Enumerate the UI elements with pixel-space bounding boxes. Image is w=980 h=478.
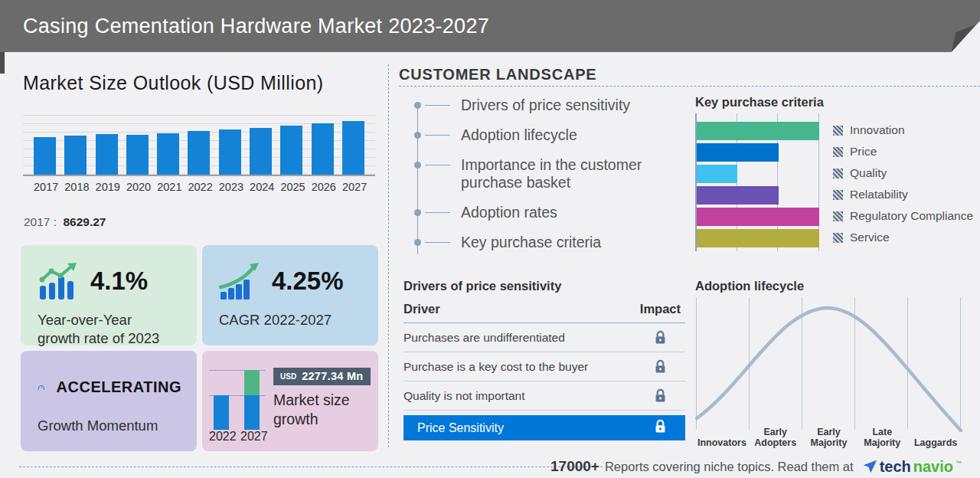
badge-value: 2277.34 Mn — [302, 370, 363, 382]
market-bar-label: 2019 — [96, 181, 118, 193]
kpc-bar-4 — [697, 208, 819, 226]
momentum-value: ACCELERATING — [57, 378, 181, 396]
market-bar-label: 2021 — [157, 181, 179, 193]
adoption-stage-label: Innovators — [695, 414, 749, 449]
legend-item: Regulatory Compliance — [833, 207, 973, 225]
kpc-legend: InnovationPriceQualityRelatabilityRegula… — [833, 121, 973, 250]
market-size-labels: 2017201820192020202120222023202420252026… — [23, 181, 375, 193]
cagr-value: 4.25% — [272, 267, 344, 296]
customer-landscape-list: Drivers of price sensitivityAdoption lif… — [413, 97, 678, 264]
brand-trademark: ™ — [956, 460, 962, 467]
anchor-separator: : — [54, 215, 57, 228]
market-bar-2019 — [96, 134, 118, 175]
adoption-stage-label: Laggards — [909, 414, 962, 449]
driver-row: Purchases are undifferentiated — [403, 323, 685, 352]
left-edge-accent — [0, 52, 5, 74]
bar-2027-growth — [244, 370, 260, 395]
legend-item: Relatability — [833, 185, 973, 204]
landscape-item: Adoption rates — [413, 204, 678, 222]
legend-item: Price — [833, 142, 973, 161]
legend-label: Service — [850, 231, 890, 244]
legend-item: Quality — [833, 164, 973, 182]
market-bar-2026 — [312, 123, 334, 175]
yoy-value: 4.1% — [90, 267, 148, 296]
legend-swatch-icon — [833, 147, 843, 157]
vertical-divider — [388, 64, 389, 447]
stat-cards: 4.1% Year-over-Year growth rate of 2023 … — [21, 245, 378, 451]
kpc-bar-5 — [697, 229, 819, 247]
drivers-rows: Purchases are undifferentiatedPurchase i… — [403, 323, 685, 411]
market-size-anchor: 2017 : 8629.27 — [24, 215, 106, 229]
price-sensitivity-label: Price Sensitivity — [417, 421, 504, 435]
key-purchase-title: Key purchase criteria — [695, 95, 824, 110]
legend-label: Quality — [850, 166, 887, 180]
driver-label: Purchase is a key cost to the buyer — [403, 360, 588, 374]
growth-label: Market size growth — [273, 391, 369, 430]
adoption-stage-label: Late Majority — [855, 414, 909, 449]
kpc-bar-1 — [697, 143, 779, 162]
kpc-bars — [697, 122, 819, 250]
lock-icon — [654, 359, 685, 374]
key-purchase-chart — [695, 113, 819, 251]
landscape-item: Key purchase criteria — [413, 234, 678, 252]
market-bar-label: 2025 — [280, 181, 302, 193]
market-bar-label: 2018 — [64, 181, 87, 193]
market-bar-label: 2026 — [312, 181, 334, 193]
drivers-table-header: Driver Impact — [403, 302, 685, 323]
col-impact: Impact — [640, 302, 685, 316]
anchor-value: 8629.27 — [63, 215, 106, 228]
market-bar-label: 2023 — [219, 181, 241, 193]
technavio-arrow-icon — [862, 459, 877, 474]
legend-swatch-icon — [833, 126, 843, 136]
market-bar-2023 — [219, 129, 241, 175]
landscape-item: Adoption lifecycle — [413, 126, 678, 145]
legend-swatch-icon — [833, 190, 843, 200]
legend-label: Innovation — [850, 123, 905, 137]
kpc-bar-2 — [697, 165, 737, 183]
market-bar-label: 2020 — [126, 181, 149, 193]
driver-row: Purchase is a key cost to the buyer — [403, 352, 685, 381]
technavio-logo[interactable]: technavio™ — [862, 458, 962, 476]
anchor-year: 2017 — [24, 215, 50, 228]
market-bar-2021 — [157, 133, 179, 175]
adoption-stage-labels: InnovatorsEarly AdoptersEarly MajorityLa… — [695, 414, 963, 449]
card-growth-momentum: ACCELERATING Growth Momentum — [21, 351, 197, 451]
page-title: Casing Cementation Hardware Market 2023-… — [23, 0, 489, 52]
kpc-bar-3 — [697, 186, 779, 205]
drivers-table: Driver Impact Purchases are undifferenti… — [403, 302, 685, 440]
footer-dashed-line — [19, 467, 603, 467]
drivers-title: Drivers of price sensitivity — [403, 279, 561, 293]
growth-arrow-icon — [219, 263, 260, 300]
card-market-size-growth: 2022 2027 USD 2277.34 Mn Market size gro… — [202, 351, 378, 451]
adoption-chart — [695, 297, 963, 432]
legend-label: Relatability — [850, 188, 908, 201]
footer: 17000+ Reports covering niche topics. Re… — [550, 457, 962, 476]
landscape-item: Drivers of price sensitivity — [413, 97, 678, 115]
landscape-item: Importance in the customer purchase bask… — [413, 156, 678, 193]
legend-swatch-icon — [833, 233, 843, 243]
market-bar-2020 — [126, 135, 149, 175]
badge-currency: USD — [280, 372, 296, 381]
bell-curve — [695, 297, 963, 432]
header-bar: Casing Cementation Hardware Market 2023-… — [0, 0, 980, 52]
brand-navio: navio — [913, 458, 953, 476]
customer-landscape-title: CUSTOMER LANDSCAPE — [399, 66, 597, 83]
lock-icon — [654, 388, 685, 403]
market-bar-2022 — [188, 131, 210, 175]
driver-row: Quality is not important — [403, 381, 685, 411]
market-bar-2027 — [342, 121, 364, 175]
lock-icon — [654, 419, 667, 437]
card-cagr: 4.25% CAGR 2022-2027 — [202, 245, 378, 345]
market-size-chart — [23, 110, 375, 176]
driver-label: Purchases are undifferentiated — [403, 331, 565, 345]
market-bar-2024 — [250, 128, 272, 175]
market-bar-label: 2024 — [250, 181, 272, 193]
legend-swatch-icon — [833, 211, 843, 221]
footer-text: Reports covering niche topics. Read them… — [605, 460, 854, 474]
adoption-stage-label: Early Majority — [802, 414, 856, 449]
legend-item: Innovation — [833, 121, 973, 139]
bar-2022 — [214, 395, 229, 430]
speedometer-icon — [38, 369, 45, 404]
cagr-label: CAGR 2022-2027 — [219, 311, 363, 329]
yoy-label: Year-over-Year growth rate of 2023 — [38, 311, 181, 349]
